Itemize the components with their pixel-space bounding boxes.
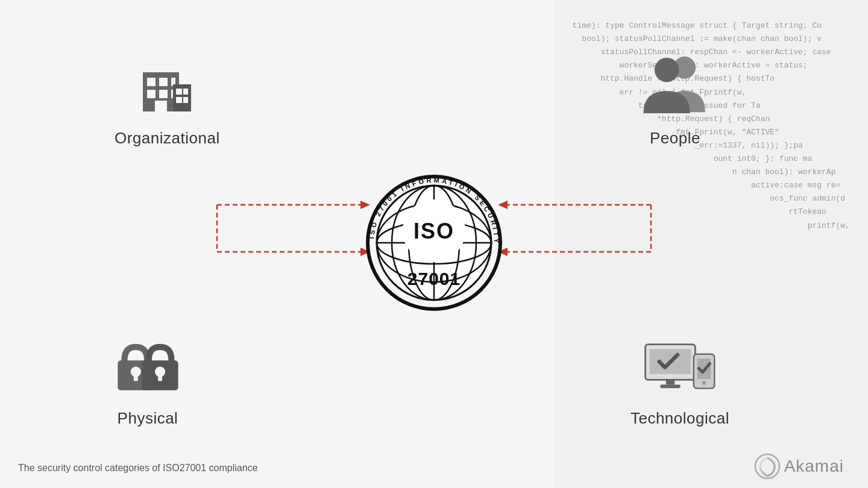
svg-rect-11 <box>147 78 156 86</box>
svg-rect-20 <box>183 89 188 95</box>
people-label: People <box>650 129 700 148</box>
svg-rect-34 <box>666 379 675 385</box>
organizational-label: Organizational <box>115 129 220 148</box>
technological-icon <box>644 328 716 401</box>
brand-name: Akamai <box>784 457 844 476</box>
svg-point-24 <box>655 58 679 83</box>
svg-text:ISO: ISO <box>414 219 454 243</box>
svg-point-39 <box>702 381 706 384</box>
physical-label: Physical <box>118 409 178 428</box>
iso-badge: ISO 27001 ISO 27001 INFORMATION SECURITY <box>365 174 503 314</box>
technological-section: Technological <box>631 328 729 428</box>
svg-rect-12 <box>159 78 168 86</box>
svg-rect-35 <box>660 385 681 389</box>
svg-rect-30 <box>158 372 162 381</box>
svg-rect-21 <box>176 97 182 103</box>
svg-rect-17 <box>155 101 167 111</box>
physical-icon <box>112 328 184 401</box>
organizational-section: Organizational <box>115 48 220 148</box>
people-icon <box>639 48 711 120</box>
svg-rect-22 <box>183 97 188 103</box>
svg-text:27001: 27001 <box>407 269 461 289</box>
technological-label: Technological <box>631 409 729 428</box>
akamai-icon <box>754 453 781 480</box>
caption-text: The security control categories of ISO27… <box>18 463 258 474</box>
svg-rect-14 <box>147 90 156 98</box>
svg-rect-15 <box>159 90 168 98</box>
physical-section: Physical <box>112 328 184 428</box>
svg-rect-27 <box>134 372 138 381</box>
svg-rect-19 <box>176 89 182 95</box>
akamai-logo: Akamai <box>754 453 844 480</box>
organizational-icon <box>131 48 203 120</box>
people-section: People <box>639 48 711 148</box>
